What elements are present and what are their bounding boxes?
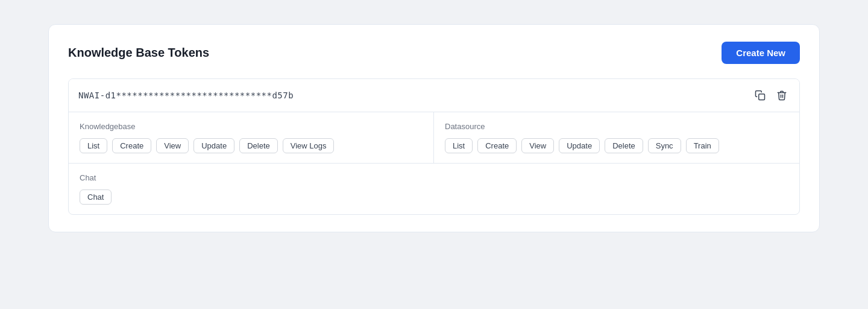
list-item: Delete — [239, 138, 278, 153]
datasource-tags: ListCreateViewUpdateDeleteSyncTrain — [445, 138, 788, 153]
list-item: Sync — [648, 138, 681, 153]
list-item: Update — [559, 138, 600, 153]
list-item: Update — [193, 138, 234, 153]
list-item: Chat — [80, 190, 112, 205]
copy-button[interactable] — [752, 88, 768, 103]
card-header: Knowledge Base Tokens Create New — [68, 42, 800, 64]
knowledgebase-section: Knowledgebase ListCreateViewUpdateDelete… — [69, 112, 434, 163]
list-item: Create — [477, 138, 517, 153]
knowledgebase-label: Knowledgebase — [80, 122, 423, 131]
create-new-button[interactable]: Create New — [722, 42, 800, 64]
token-actions — [752, 88, 790, 103]
page-title: Knowledge Base Tokens — [68, 46, 209, 60]
list-item: Delete — [605, 138, 643, 153]
datasource-section: Datasource ListCreateViewUpdateDeleteSyn… — [434, 112, 799, 163]
chat-section: Chat Chat — [69, 164, 799, 214]
copy-icon — [755, 90, 766, 101]
chat-label: Chat — [80, 173, 788, 182]
trash-icon — [776, 90, 787, 101]
datasource-label: Datasource — [445, 122, 788, 131]
list-item: List — [80, 138, 107, 153]
list-item: View Logs — [283, 138, 335, 153]
list-item: Create — [112, 138, 151, 153]
list-item: Train — [686, 138, 719, 153]
delete-button[interactable] — [774, 88, 790, 103]
knowledge-base-tokens-card: Knowledge Base Tokens Create New NWAI-d1… — [48, 24, 820, 232]
list-item: View — [156, 138, 189, 153]
knowledgebase-tags: ListCreateViewUpdateDeleteView Logs — [80, 138, 423, 153]
list-item: View — [521, 138, 554, 153]
chat-tags: Chat — [80, 190, 788, 205]
token-container: NWAI-d1*****************************d57b — [68, 78, 800, 215]
token-row: NWAI-d1*****************************d57b — [69, 79, 799, 112]
list-item: List — [445, 138, 473, 153]
token-value: NWAI-d1*****************************d57b — [78, 91, 294, 100]
permissions-grid: Knowledgebase ListCreateViewUpdateDelete… — [69, 112, 799, 164]
svg-rect-0 — [759, 94, 765, 100]
